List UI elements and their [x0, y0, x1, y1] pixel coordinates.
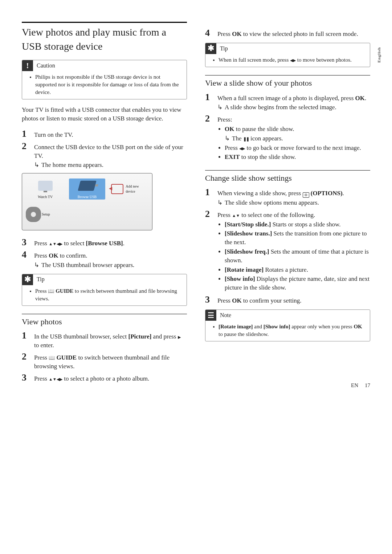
section-title: View photos and play music from a USB st… [22, 22, 187, 53]
step-4: Press OK to confirm. The USB thumbnail b… [34, 250, 187, 270]
footer-page: 17 [365, 382, 370, 389]
set-step-1: When viewing a slide show, press ⊟ (OPTI… [217, 188, 370, 207]
tip-1-text: Press GUIDE to switch between thumbnail … [35, 287, 182, 303]
set-step-2: Press to select one of the following. [S… [217, 209, 370, 293]
view-photos-steps-cont: 4 Press OK to view the selected photo in… [205, 28, 370, 38]
caution-box: ! Caution Philips is not responsible if … [22, 60, 187, 99]
ss-bullet-nav: Press to go back or move forward to the … [225, 144, 370, 152]
settings-steps: 1 When viewing a slide show, press ⊟ (OP… [205, 188, 370, 305]
step-1: Turn on the TV. [34, 129, 187, 139]
step-2: Connect the USB device to the USB port o… [34, 141, 187, 169]
arrow-up-icon [232, 212, 236, 218]
vp-step-3: Press to select a photo or a photo album… [34, 373, 187, 383]
step-number: 2 [22, 141, 29, 151]
vp-step-2: Press GUIDE to switch between thumbnail … [34, 352, 187, 371]
ss-bullet-ok: OK to pause the slide show. The icon app… [225, 125, 370, 143]
intro-text: Your TV is fitted with a USB connector t… [22, 106, 187, 123]
ss-step-1-result: A slide show begins from the selected im… [217, 103, 370, 112]
arrow-left-icon [290, 57, 293, 63]
menu-setup: Setup [27, 204, 63, 225]
step-number: 3 [22, 238, 29, 247]
usb-icon [78, 181, 97, 191]
step-2-result: The home menu appears. [34, 161, 187, 169]
tip-icon: ✱ [22, 274, 33, 285]
home-menu-screenshot: Watch TV Browse USB Add new device Setup [22, 173, 152, 230]
gear-icon [27, 208, 40, 221]
step-number: 1 [22, 129, 29, 139]
opt-rotate: [Rotate image] Rotates a picture. [225, 266, 370, 274]
tip-label: Tip [37, 275, 45, 283]
pause-icon [243, 135, 249, 142]
tip-box-1: ✱ Tip Press GUIDE to switch between thum… [22, 274, 187, 306]
vp-step-1: In the USB thumbnail browser, select [Pi… [34, 331, 187, 350]
set-step-3: Press OK to confirm your setting. [217, 295, 370, 305]
note-icon: ☰ [205, 310, 216, 321]
setup-steps-cont: 3 Press to select [Browse USB]. 4 Press … [22, 238, 187, 269]
step-number: 3 [205, 295, 212, 304]
step-number: 2 [205, 209, 212, 219]
note-label: Note [220, 311, 231, 319]
opt-trans: [Slideshow trans.] Sets the transition f… [225, 229, 370, 247]
arrow-down-icon [236, 212, 240, 218]
opt-start-stop: [Start/Stop slide.] Starts or stops a sl… [225, 220, 370, 229]
arrow-right-icon [178, 333, 181, 340]
arrow-left-icon [239, 144, 242, 151]
tip-icon: ✱ [205, 43, 216, 54]
arrow-down-icon [53, 375, 57, 382]
note-box: ☰ Note [Rotate image] and [Show info] ap… [205, 309, 370, 341]
setup-steps: 1 Turn on the TV. 2 Connect the USB devi… [22, 129, 187, 169]
menu-watch-tv: Watch TV [27, 178, 63, 200]
arrow-right-icon [60, 375, 62, 382]
page-footer: EN 17 [351, 382, 370, 389]
tip-label: Tip [220, 45, 228, 53]
menu-add-device: Add new device [111, 178, 147, 200]
slideshow-heading: View a slide show of your photos [205, 75, 370, 89]
ss-step-1: When a full screen image of a photo is d… [217, 93, 370, 112]
menu-browse-usb: Browse USB [69, 178, 105, 200]
opt-freq: [Slideshow freq.] Sets the amount of tim… [225, 247, 370, 265]
arrow-up-icon [49, 375, 53, 382]
step-number: 4 [205, 28, 212, 38]
caution-label: Caution [37, 62, 55, 70]
ss-bullet-exit: EXIT to stop the slide show. [225, 153, 370, 161]
opt-show-info: [Show info] Displays the picture name, d… [225, 275, 370, 292]
settings-heading: Change slide show settings [205, 170, 370, 184]
tip-2-text: When in full screen mode, press to move … [219, 56, 366, 64]
add-device-icon [111, 184, 124, 194]
view-photos-steps: 1 In the USB thumbnail browser, select [… [22, 331, 187, 383]
arrow-up-icon [49, 240, 53, 247]
language-tab: English [376, 47, 382, 62]
arrow-down-icon [53, 240, 57, 247]
book-icon [48, 288, 54, 294]
tip-box-2: ✱ Tip When in full screen mode, press to… [205, 43, 370, 67]
ss-step-2: Press: OK to pause the slide show. The i… [217, 114, 370, 162]
vp-step-4: Press OK to view the selected photo in f… [217, 28, 370, 38]
view-photos-heading: View photos [22, 314, 187, 328]
step-number: 3 [22, 373, 29, 382]
step-number: 2 [22, 352, 29, 361]
step-number: 1 [22, 331, 29, 340]
arrow-left-icon [57, 240, 60, 247]
step-number: 1 [205, 188, 212, 197]
caution-icon: ! [22, 60, 33, 71]
step-3: Press to select [Browse USB]. [34, 238, 187, 248]
caution-text: Philips is not responsible if the USB st… [35, 73, 182, 96]
arrow-left-icon [57, 375, 60, 382]
step-number: 1 [205, 93, 212, 102]
step-number: 4 [22, 250, 29, 259]
arrow-right-icon [293, 57, 296, 63]
arrow-right-icon [60, 240, 62, 247]
step-4-result: The USB thumbnail browser appears. [34, 261, 187, 270]
arrow-right-icon [242, 144, 245, 151]
step-number: 2 [205, 114, 212, 123]
right-column: 4 Press OK to view the selected photo in… [205, 22, 370, 386]
set-step-1-result: The slide show options menu appears. [217, 198, 370, 207]
footer-lang: EN [351, 382, 358, 389]
options-icon: ⊟ [303, 192, 309, 198]
book-icon [49, 354, 55, 361]
tv-icon [38, 181, 53, 191]
left-column: View photos and play music from a USB st… [22, 22, 187, 386]
note-text: [Rotate image] and [Show info] appear on… [219, 323, 366, 338]
slideshow-steps: 1 When a full screen image of a photo is… [205, 93, 370, 163]
